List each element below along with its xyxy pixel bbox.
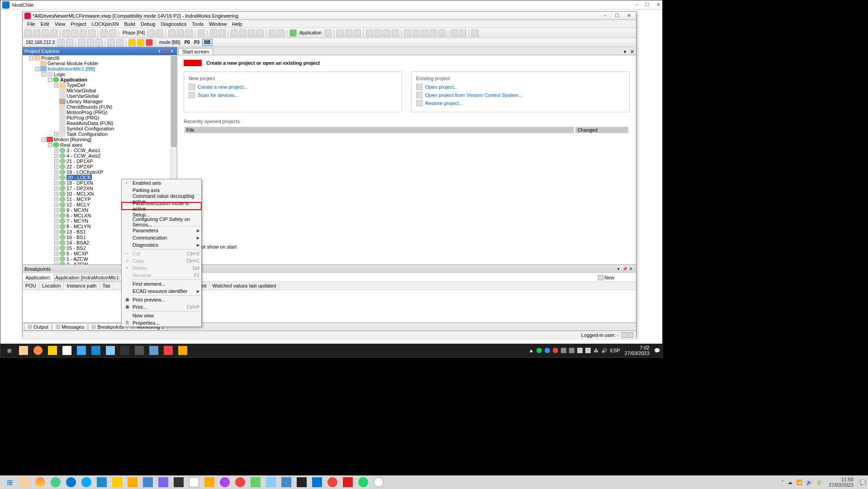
toolbar-button[interactable] — [24, 29, 32, 37]
tab-messages[interactable]: Messages — [52, 323, 87, 331]
toolbar-button[interactable] — [451, 29, 458, 37]
cm-parameters[interactable]: Parameters▶ — [122, 227, 201, 234]
taskbar-app-icon[interactable] — [263, 476, 279, 489]
tray-icon[interactable]: 🖧 — [593, 348, 598, 353]
tray-icon[interactable]: 🔋 — [816, 479, 822, 485]
toolbar-button[interactable] — [33, 29, 40, 37]
cm-diagnostics[interactable]: Diagnostics▶ — [122, 241, 201, 249]
taskbar-app-icon[interactable] — [75, 345, 88, 356]
menu-edit[interactable]: Edit — [38, 21, 52, 27]
remote-clock[interactable]: 7:02 27/03/2023 — [623, 345, 651, 356]
taskbar-app-icon[interactable] — [48, 476, 63, 489]
toolbar-button[interactable] — [42, 29, 49, 37]
toolbar-button[interactable] — [57, 39, 65, 46]
toolbar-button[interactable] — [100, 29, 108, 37]
tray-icon[interactable]: ☁ — [787, 479, 792, 485]
col-location[interactable]: Location — [39, 282, 64, 290]
toolbar-button[interactable] — [137, 39, 144, 46]
menu-help[interactable]: Help — [229, 21, 245, 27]
notifications-icon[interactable]: 💬 — [654, 348, 660, 354]
toolbar-button[interactable] — [392, 29, 399, 37]
toolbar-button[interactable] — [185, 29, 193, 37]
taskbar-app-icon[interactable] — [356, 476, 371, 489]
tray-icon[interactable]: ▲ — [529, 348, 534, 353]
toolbar-button[interactable] — [256, 29, 264, 37]
taskbar-app-icon[interactable] — [140, 476, 156, 489]
taskbar-app-icon[interactable] — [125, 476, 140, 489]
taskbar-app-icon[interactable] — [60, 345, 74, 356]
menu-file[interactable]: File — [24, 21, 38, 27]
taskbar-app-icon[interactable] — [161, 345, 175, 356]
toolbar-button[interactable] — [459, 29, 466, 37]
toolbar-button[interactable] — [430, 29, 437, 37]
panel-pin-icon[interactable]: 📌 — [621, 267, 628, 271]
toolbar-button[interactable] — [147, 29, 155, 37]
toolbar-button[interactable] — [80, 29, 87, 37]
taskbar-app-icon[interactable] — [109, 476, 125, 489]
toolbar-button[interactable] — [239, 29, 247, 37]
taskbar-app-icon[interactable] — [248, 476, 263, 489]
tray-icon[interactable]: 🔊 — [601, 348, 607, 354]
taskbar-app-icon[interactable] — [147, 345, 161, 356]
toolbar-application[interactable]: Application — [298, 30, 323, 35]
tray-icon[interactable] — [545, 348, 550, 353]
toolbar-button[interactable] — [71, 29, 78, 37]
taskbar-app-icon[interactable] — [171, 476, 186, 489]
remote-min-icon[interactable]: − — [635, 2, 638, 7]
toolbar-button[interactable] — [337, 29, 344, 37]
panel-close-icon[interactable]: ✕ — [169, 49, 175, 53]
toolbar-button[interactable] — [345, 29, 352, 37]
toolbar-button[interactable] — [218, 29, 226, 37]
tray-icon[interactable] — [553, 348, 558, 353]
menu-debug[interactable]: Debug — [138, 21, 158, 27]
tab-dropdown-icon[interactable]: ▾ — [622, 49, 628, 55]
toolbar-button[interactable] — [108, 39, 115, 46]
remote-max-icon[interactable]: ☐ — [645, 2, 650, 7]
taskbar-app-icon[interactable] — [217, 476, 232, 489]
taskbar-app-icon[interactable] — [31, 345, 45, 356]
panel-dropdown-icon[interactable]: ▾ — [156, 49, 162, 53]
cm-print[interactable]: 🖶Print...Ctrl+P — [122, 303, 201, 311]
toolbar-button[interactable] — [177, 29, 184, 37]
panel-dropdown-icon[interactable]: ▾ — [615, 267, 621, 271]
toolbar-button[interactable] — [404, 29, 411, 37]
col-changed[interactable]: Changed — [575, 127, 629, 133]
taskbar-app-icon[interactable] — [371, 476, 386, 489]
tray-icon[interactable]: 🔊 — [806, 479, 812, 485]
menu-diagnostics[interactable]: Diagnostics — [158, 21, 189, 27]
toolbar-phase[interactable]: Phase [P4] — [121, 30, 146, 35]
tray-icon[interactable] — [569, 348, 574, 353]
toolbar-button[interactable] — [66, 39, 73, 46]
tray-icon[interactable]: 📶 — [796, 479, 802, 485]
toolbar-button[interactable] — [109, 29, 116, 37]
toolbar-button[interactable] — [168, 29, 175, 37]
taskbar-app-icon[interactable] — [79, 476, 94, 489]
cm-cip-safety[interactable]: Configuring CIP Safety on Sercos... — [122, 218, 201, 225]
toolbar-p3[interactable]: P3 — [193, 40, 201, 45]
taskbar-app-icon[interactable] — [17, 345, 30, 356]
taskbar-app-icon[interactable] — [156, 476, 171, 489]
menu-window[interactable]: Window — [206, 21, 229, 27]
cm-new-view[interactable]: New view — [122, 312, 201, 319]
link-create-project[interactable]: Create a new project... — [189, 84, 397, 90]
link-open-vcs[interactable]: Open project from Version Control System… — [416, 92, 625, 98]
menu-build[interactable]: Build — [122, 21, 138, 27]
toolbar-button[interactable] — [210, 29, 217, 37]
toolbar-button[interactable] — [198, 29, 205, 37]
toolbar-button[interactable] — [146, 39, 153, 46]
toolbar-button[interactable] — [413, 29, 420, 37]
taskbar-app-icon[interactable] — [279, 476, 294, 489]
cm-communication[interactable]: Communication▶ — [122, 234, 201, 241]
menu-project[interactable]: Project — [68, 21, 89, 27]
tray-chevron-icon[interactable]: ˄ — [781, 479, 784, 485]
cm-print-preview[interactable]: 🖶Print preview... — [122, 296, 201, 303]
toolbar-p0[interactable]: P0 — [183, 40, 191, 45]
toolbar-button[interactable] — [269, 29, 276, 37]
taskbar-app-icon[interactable] — [309, 476, 325, 489]
cm-parameterization[interactable]: Parameterization mode is active — [122, 202, 201, 210]
tray-icon[interactable] — [585, 348, 591, 353]
cm-parking-axis[interactable]: Parking axis — [122, 187, 201, 194]
col-instance[interactable]: Instance path — [64, 282, 100, 290]
toolbar-button[interactable] — [324, 29, 332, 37]
col-pou[interactable]: POU — [23, 282, 39, 290]
